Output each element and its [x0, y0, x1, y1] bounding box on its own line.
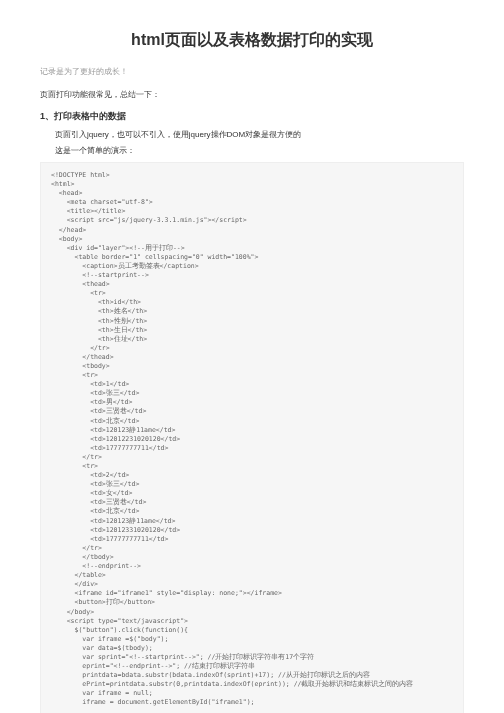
section-1-line1: 页面引入jquery，也可以不引入，使用jquery操作DOM对象是很方便的: [55, 129, 464, 140]
section-1-line2: 这是一个简单的演示：: [55, 145, 464, 156]
section-1-heading: 1、打印表格中的数据: [40, 110, 464, 123]
intro-text: 页面打印功能很常见，总结一下：: [40, 89, 464, 100]
page-title: html页面以及表格数据打印的实现: [40, 30, 464, 51]
code-block-1: <!DOCTYPE html> <html> <head> <meta char…: [40, 162, 464, 713]
page-subtitle: 记录是为了更好的成长！: [40, 66, 464, 77]
